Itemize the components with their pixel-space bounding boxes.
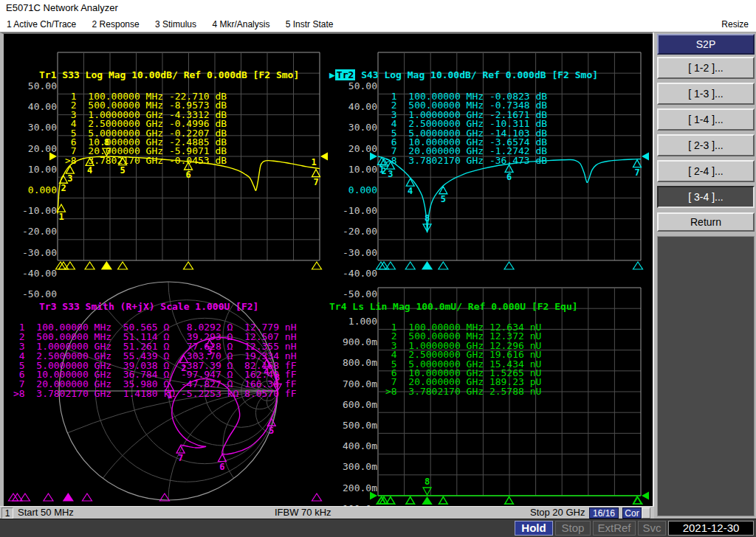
ifbw-value: IFBW 70 kHz <box>275 507 331 519</box>
tr3-marker-7-label: 7 <box>178 453 183 463</box>
tr4-ytick: 300.0m <box>330 462 377 472</box>
tr4-header: Tr4 Ls Lin Mag 100.0mU/ Ref 0.000U [F2 E… <box>329 301 578 312</box>
tr2-marker-2-label: 2 <box>381 166 386 176</box>
tr2-ref-level-right-icon <box>642 153 649 161</box>
softkey-empty-area <box>657 236 755 516</box>
tr1-stimulus-marker <box>312 262 322 269</box>
tr4-format-description: Ls Lin Mag 100.0mU/ Ref 0.000U [F2 Equ] <box>346 301 577 312</box>
tr1-stimulus-marker <box>65 262 75 269</box>
tr3-marker-table: 1 100.00000 MHz 50.565 Ω 8.0292 Ω 12.779… <box>13 323 297 399</box>
tr3-name[interactable]: Tr3 <box>39 301 56 312</box>
tr1-ytick: 50.00 <box>10 81 57 91</box>
hold-indicator: Hold <box>515 521 553 536</box>
tr1-stimulus-marker <box>118 262 128 269</box>
tr1-stimulus-marker <box>85 262 94 269</box>
tr2-stimulus-marker <box>439 262 448 269</box>
tr2-marker-5-label: 5 <box>441 194 446 204</box>
tr4-ytick: 200.0m <box>330 483 377 493</box>
softkey-3-4[interactable]: [ 3-4 ]... <box>657 186 755 208</box>
tr2-ytick: 0.000 <box>330 185 377 195</box>
tr1-ytick: 0.000 <box>10 185 57 195</box>
tr2-marker-5-symbol <box>439 187 447 194</box>
tr1-ytick: -20.00 <box>10 226 57 237</box>
tr1-marker-2-label: 2 <box>61 183 66 193</box>
tr4-marker-table: 1 100.00000 MHz 12.634 nU 2 500.00000 MH… <box>385 323 541 396</box>
tr1-ytick: -50.00 <box>10 289 57 299</box>
tr2-marker-3-label: 3 <box>388 169 393 179</box>
menu-item-stimulus[interactable]: 3 Stimulus <box>148 16 203 32</box>
tr2-name[interactable]: Tr2 <box>335 69 355 80</box>
return-button[interactable]: Return <box>657 212 755 232</box>
tr4-marker-row: >8 3.7802170 GHz 2.5788 nU <box>385 387 541 396</box>
channel-indicator: 1 <box>1 507 13 519</box>
tr2-marker-table: 1 100.00000 MHz -0.0823 dB 2 500.00000 M… <box>385 92 547 165</box>
tr2-ytick: -50.00 <box>330 289 377 299</box>
tr1-ytick: 10.00 <box>10 164 57 175</box>
softkey-2-4[interactable]: [ 2-4 ]... <box>657 160 755 182</box>
tr1-marker-7-symbol <box>312 170 320 177</box>
tr1-marker-table: 1 100.00000 MHz -22.710 dB 2 500.00000 M… <box>65 92 227 165</box>
softkey-2-3[interactable]: [ 2-3 ]... <box>657 134 755 156</box>
resize-button[interactable]: Resize <box>718 16 752 32</box>
tr2-ytick: -30.00 <box>330 248 377 258</box>
tr4-ytick: 400.0m <box>330 441 377 451</box>
tr4-ytick: 500.0m <box>330 420 377 431</box>
instrument-screen: E5071C Network Analyzer 1 Active Ch/Trac… <box>0 0 756 537</box>
tr3-format-description: S33 Smith (R+jX) Scale 1.000U [F2] <box>56 301 258 312</box>
tr3-marker-row: >8 3.7802170 GHz 1.4180 kΩ -5.2253 kΩ 8.… <box>13 389 297 399</box>
correction-badge: Cor <box>622 507 642 519</box>
smith-reactance-arc <box>0 391 656 505</box>
tr4-stimulus-marker <box>422 497 432 505</box>
tr1-ref-level-right-icon <box>320 153 328 161</box>
softkey-1-2[interactable]: [ 1-2 ]... <box>657 57 755 79</box>
tr2-ytick: 50.00 <box>330 81 377 91</box>
softkey-1-4[interactable]: [ 1-4 ]... <box>657 108 755 131</box>
status-bar: 1 Start 50 MHz IFBW 70 kHz Stop 20 GHz 1… <box>0 506 654 519</box>
tr2-ytick: 40.00 <box>330 102 377 112</box>
menu-item-active-ch-trace[interactable]: 1 Active Ch/Trace <box>0 16 83 32</box>
svc-indicator: Svc <box>638 521 666 536</box>
tr4-name[interactable]: Tr4 <box>329 301 346 312</box>
tr2-ytick: 20.00 <box>330 144 377 154</box>
tr2-marker-7-label: 7 <box>634 167 639 178</box>
tr1-format-description: S33 Log Mag 10.00dB/ Ref 0.000dB [F2 Smo… <box>56 69 299 80</box>
tr4-marker-8-symbol <box>423 488 431 495</box>
tr2-header: ▶Tr2 S43 Log Mag 10.00dB/ Ref 0.000dB [F… <box>329 69 598 80</box>
tr1-ytick: -10.00 <box>10 206 57 216</box>
tr3-stimulus-marker <box>44 493 53 501</box>
menu-item-mkr-analysis[interactable]: 4 Mkr/Analysis <box>205 16 276 32</box>
window-title-bar: E5071C Network Analyzer <box>0 0 756 16</box>
tr2-format-description: S43 Log Mag 10.00dB/ Ref 0.000dB [F2 Smo… <box>355 69 598 80</box>
tr2-marker-8-label: 8 <box>425 213 430 224</box>
tr2-stimulus-marker <box>385 262 395 269</box>
menu-item-instr-state[interactable]: 5 Instr State <box>279 16 340 32</box>
app-title: E5071C Network Analyzer <box>6 2 118 13</box>
tr4-ref-level-right-icon <box>642 492 649 500</box>
softkey-1-3[interactable]: [ 1-3 ]... <box>657 83 755 105</box>
smith-reactance-arc <box>223 391 332 500</box>
bottom-status-bar: Hold Stop ExtRef Svc 2021-12-30 09:58 <box>0 519 756 537</box>
softkey-menu-title: S2P <box>657 34 755 55</box>
tr4-ytick: 600.0m <box>330 400 377 410</box>
display-area: 123456781123456781234567812345678 50.004… <box>0 32 653 506</box>
tr2-stimulus-marker <box>504 262 514 269</box>
status-spacer-box <box>642 507 650 519</box>
tr1-marker-row: >8 3.7802170 GHz -0.0453 dB <box>65 156 227 165</box>
sweep-points-badge: 16/16 <box>589 507 619 519</box>
tr2-ytick: -20.00 <box>330 226 377 237</box>
tr1-ytick: 20.00 <box>10 144 57 154</box>
tr3-stimulus-marker <box>63 493 73 501</box>
datetime-display: 2021-12-30 09:58 <box>668 521 754 536</box>
menu-item-response[interactable]: 2 Response <box>86 16 146 32</box>
tr2-ytick: 10.00 <box>330 164 377 175</box>
tr2-marker-4-symbol <box>406 179 414 186</box>
tr1-ytick: 30.00 <box>10 122 57 133</box>
tr1-marker-5-label: 5 <box>120 165 125 176</box>
tr4-ytick: 700.0m <box>330 379 377 389</box>
tr3-stimulus-marker <box>312 493 322 501</box>
tr2-stimulus-marker <box>633 262 643 269</box>
extref-indicator: ExtRef <box>593 521 636 536</box>
tr1-ytick: -40.00 <box>10 268 57 279</box>
tr2-ytick: -10.00 <box>330 206 377 216</box>
tr1-name[interactable]: Tr1 <box>39 69 56 80</box>
